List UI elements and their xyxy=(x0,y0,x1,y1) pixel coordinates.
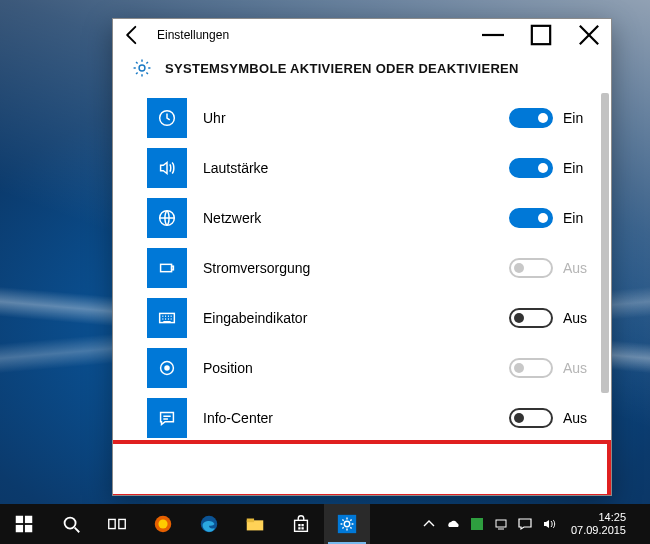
row-netzwerk: Netzwerk Ein xyxy=(113,193,611,243)
toggle-uhr[interactable] xyxy=(509,108,553,128)
svg-line-15 xyxy=(75,528,80,533)
toggle-stromversorgung xyxy=(509,258,553,278)
battery-icon xyxy=(147,248,187,288)
svg-rect-25 xyxy=(301,524,303,526)
svg-rect-24 xyxy=(298,524,300,526)
svg-point-19 xyxy=(158,519,167,528)
volume-icon xyxy=(147,148,187,188)
svg-rect-13 xyxy=(25,525,32,532)
taskbar-taskview[interactable] xyxy=(94,504,140,544)
toggle-lautstaerke[interactable] xyxy=(509,158,553,178)
system-tray: 14:25 07.09.2015 xyxy=(411,504,650,544)
taskbar-firefox[interactable] xyxy=(140,504,186,544)
maximize-button[interactable] xyxy=(519,21,563,49)
svg-point-2 xyxy=(139,65,145,71)
row-info-center: Info-Center Aus xyxy=(113,393,611,443)
state-label: Aus xyxy=(553,410,587,426)
state-label: Ein xyxy=(553,210,587,226)
toggle-position xyxy=(509,358,553,378)
window-title: Einstellungen xyxy=(157,28,229,42)
taskbar-clock[interactable]: 14:25 07.09.2015 xyxy=(565,511,632,537)
start-button[interactable] xyxy=(0,504,48,544)
page-heading: SYSTEMSYMBOLE AKTIVIEREN ODER DEAKTIVIER… xyxy=(165,61,519,76)
row-eingabeindikator: Eingabeindikator Aus xyxy=(113,293,611,343)
taskbar-settings[interactable] xyxy=(324,504,370,544)
svg-rect-5 xyxy=(161,264,172,271)
tray-onedrive-icon[interactable] xyxy=(445,516,461,532)
taskbar-search[interactable] xyxy=(48,504,94,544)
row-uhr: Uhr Ein xyxy=(113,93,611,143)
state-label: Ein xyxy=(553,160,587,176)
location-icon xyxy=(147,348,187,388)
state-label: Aus xyxy=(553,260,587,276)
clock-date: 07.09.2015 xyxy=(571,524,626,537)
info-center-icon xyxy=(147,398,187,438)
minimize-button[interactable] xyxy=(471,21,515,49)
state-label: Ein xyxy=(553,110,587,126)
svg-rect-30 xyxy=(471,518,483,530)
scrollbar[interactable] xyxy=(601,93,609,489)
svg-rect-23 xyxy=(295,520,308,531)
clock-time: 14:25 xyxy=(571,511,626,524)
settings-list: Uhr Ein Lautstärke Ein Netzwerk Ein Stro… xyxy=(113,89,611,495)
keyboard-icon xyxy=(147,298,187,338)
titlebar: Einstellungen xyxy=(113,19,611,51)
row-label: Stromversorgung xyxy=(187,260,509,276)
svg-rect-1 xyxy=(532,26,550,44)
tray-defender-icon[interactable] xyxy=(469,516,485,532)
row-stromversorgung: Stromversorgung Aus xyxy=(113,243,611,293)
settings-window: Einstellungen SYSTEMSYMBOLE AKTIVIEREN O… xyxy=(112,18,612,496)
toggle-netzwerk[interactable] xyxy=(509,208,553,228)
svg-rect-22 xyxy=(247,519,254,523)
svg-point-9 xyxy=(164,365,170,371)
row-label: Netzwerk xyxy=(187,210,509,226)
row-position: Position Aus xyxy=(113,343,611,393)
toggle-eingabeindikator[interactable] xyxy=(509,308,553,328)
svg-rect-27 xyxy=(301,527,303,529)
svg-point-14 xyxy=(65,518,76,529)
row-label: Lautstärke xyxy=(187,160,509,176)
close-button[interactable] xyxy=(567,21,611,49)
tray-chevron-up-icon[interactable] xyxy=(421,516,437,532)
svg-rect-17 xyxy=(119,519,125,528)
gear-icon xyxy=(131,57,153,79)
row-lautstaerke: Lautstärke Ein xyxy=(113,143,611,193)
state-label: Aus xyxy=(553,310,587,326)
row-label: Eingabeindikator xyxy=(187,310,509,326)
svg-rect-31 xyxy=(496,520,506,527)
tray-volume-icon[interactable] xyxy=(541,516,557,532)
state-label: Aus xyxy=(553,360,587,376)
svg-rect-10 xyxy=(16,516,23,523)
taskbar-edge[interactable] xyxy=(186,504,232,544)
back-button[interactable] xyxy=(119,21,147,49)
taskbar: 14:25 07.09.2015 xyxy=(0,504,650,544)
scrollbar-thumb[interactable] xyxy=(601,93,609,393)
row-label: Position xyxy=(187,360,509,376)
row-label: Uhr xyxy=(187,110,509,126)
svg-rect-16 xyxy=(109,519,115,528)
svg-rect-6 xyxy=(172,266,174,270)
svg-rect-11 xyxy=(25,516,32,523)
taskbar-file-explorer[interactable] xyxy=(232,504,278,544)
taskbar-store[interactable] xyxy=(278,504,324,544)
annotation-highlight xyxy=(113,440,611,495)
row-label: Info-Center xyxy=(187,410,509,426)
network-icon xyxy=(147,198,187,238)
page-header: SYSTEMSYMBOLE AKTIVIEREN ODER DEAKTIVIER… xyxy=(113,51,611,89)
toggle-info-center[interactable] xyxy=(509,408,553,428)
tray-action-center-icon[interactable] xyxy=(517,516,533,532)
svg-rect-12 xyxy=(16,525,23,532)
tray-network-icon[interactable] xyxy=(493,516,509,532)
svg-rect-26 xyxy=(298,527,300,529)
clock-icon xyxy=(147,98,187,138)
